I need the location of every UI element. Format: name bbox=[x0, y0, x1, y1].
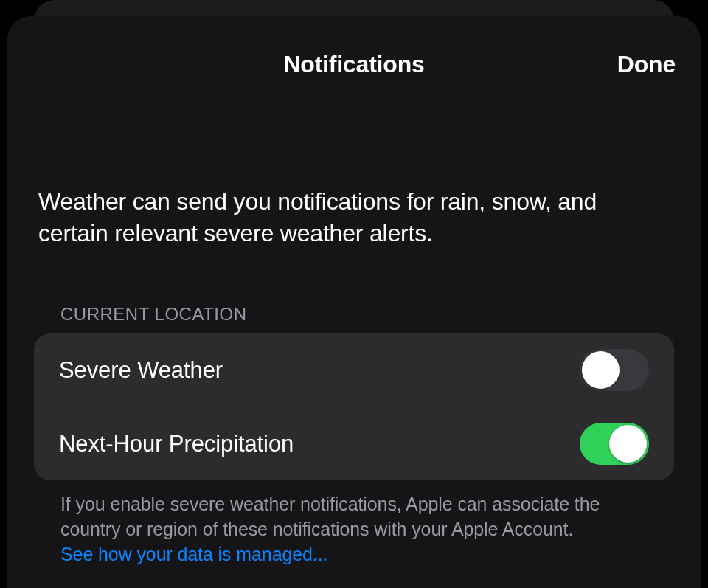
row-label-severe-weather: Severe Weather bbox=[59, 357, 223, 384]
notifications-sheet: Notifications Done Weather can send you … bbox=[7, 16, 701, 588]
done-button[interactable]: Done bbox=[617, 51, 676, 78]
section-header-current-location: CURRENT LOCATION bbox=[7, 249, 701, 333]
toggle-knob bbox=[582, 351, 620, 389]
row-severe-weather: Severe Weather bbox=[34, 333, 674, 407]
row-next-hour-precipitation: Next-Hour Precipitation bbox=[34, 407, 674, 480]
intro-text: Weather can send you notifications for r… bbox=[7, 112, 701, 249]
toggle-severe-weather[interactable] bbox=[580, 349, 649, 391]
toggle-next-hour-precipitation[interactable] bbox=[580, 423, 649, 465]
page-title: Notifications bbox=[283, 51, 424, 78]
section-footer: If you enable severe weather notificatio… bbox=[7, 480, 701, 567]
row-label-next-hour-precipitation: Next-Hour Precipitation bbox=[59, 431, 294, 457]
toggle-knob bbox=[609, 425, 647, 463]
footer-text: If you enable severe weather notificatio… bbox=[60, 494, 600, 539]
settings-group: Severe Weather Next-Hour Precipitation bbox=[34, 333, 674, 480]
data-management-link[interactable]: See how your data is managed... bbox=[60, 542, 327, 567]
nav-bar: Notifications Done bbox=[7, 16, 701, 112]
